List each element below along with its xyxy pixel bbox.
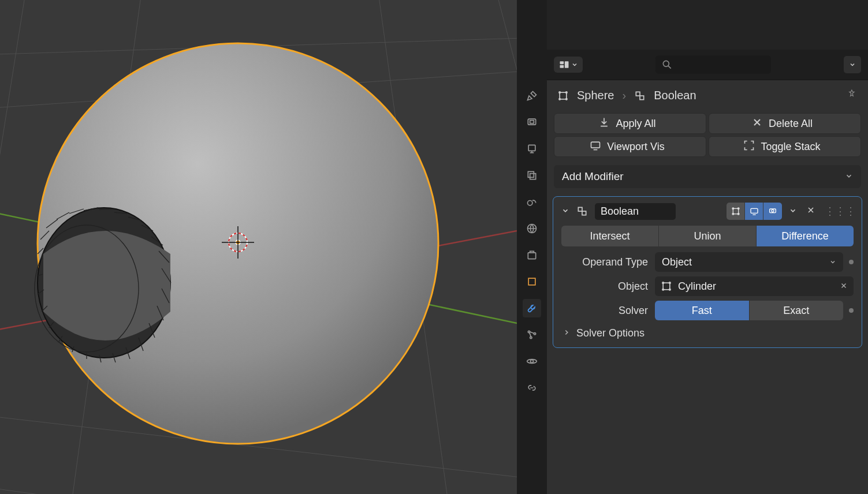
solver-label: Solver	[561, 305, 648, 317]
svg-rect-62	[560, 65, 564, 68]
modifier-extras-menu[interactable]	[787, 205, 799, 218]
solver-segmented: Fast Exact	[655, 301, 843, 320]
scene-tab-icon[interactable]	[523, 193, 541, 211]
properties-search-row	[547, 50, 868, 80]
operation-difference[interactable]: Difference	[757, 226, 854, 246]
operation-intersect[interactable]: Intersect	[561, 226, 659, 246]
modifier-name-field[interactable]: Boolean	[595, 203, 676, 220]
viewport-vis-label: Viewport Vis	[607, 141, 664, 153]
svg-point-67	[559, 91, 561, 93]
operation-union[interactable]: Union	[659, 226, 757, 246]
world-tab-icon[interactable]	[523, 219, 541, 238]
show-editmode-toggle[interactable]	[727, 203, 745, 220]
output-tab-icon[interactable]	[523, 140, 541, 158]
collection-tab-icon[interactable]	[523, 246, 541, 264]
solver-options-label: Solver Options	[576, 327, 645, 339]
panel-top-spacer	[547, 0, 868, 50]
toggle-stack-button[interactable]: Toggle Stack	[709, 136, 861, 157]
svg-rect-50	[528, 171, 534, 177]
object-icon	[557, 90, 569, 102]
clear-object-button[interactable]	[840, 280, 848, 293]
expand-icon	[743, 140, 755, 154]
modifier-header: Boolean ⋮⋮⋮	[559, 203, 856, 220]
viewlayer-tab-icon[interactable]	[523, 166, 541, 185]
viewport-scene	[0, 0, 517, 494]
3d-viewport[interactable]	[0, 0, 517, 494]
svg-line-3	[0, 473, 517, 494]
chevron-right-icon	[562, 327, 571, 339]
svg-point-94	[669, 289, 671, 291]
object-row: Object Cylinder	[561, 276, 854, 296]
svg-rect-71	[636, 92, 640, 96]
svg-point-70	[566, 98, 568, 100]
svg-point-87	[772, 209, 774, 212]
breadcrumb-object[interactable]: Sphere	[577, 89, 614, 102]
svg-point-56	[528, 331, 530, 332]
object-tab-icon[interactable]	[523, 272, 541, 291]
object-field[interactable]: Cylinder	[655, 276, 854, 296]
drag-handle-icon[interactable]: ⋮⋮⋮	[825, 205, 856, 218]
tool-tab-icon[interactable]	[523, 87, 541, 105]
operand-type-value: Object	[662, 256, 692, 268]
pin-icon[interactable]	[846, 88, 858, 103]
svg-line-65	[668, 66, 671, 69]
search-icon	[661, 59, 673, 70]
collapse-toggle[interactable]	[559, 205, 572, 218]
svg-point-93	[662, 289, 664, 291]
operand-type-dropdown[interactable]: Object	[655, 252, 843, 272]
apply-all-button[interactable]: Apply All	[554, 113, 706, 134]
close-icon	[751, 117, 763, 131]
svg-rect-63	[565, 61, 569, 68]
chevron-down-icon	[845, 170, 853, 183]
svg-point-57	[534, 333, 535, 335]
show-render-toggle[interactable]	[763, 203, 782, 220]
svg-point-81	[737, 208, 739, 209]
delete-all-button[interactable]: Delete All	[709, 113, 861, 134]
svg-point-52	[528, 201, 532, 205]
svg-rect-77	[578, 207, 582, 211]
svg-point-69	[559, 98, 561, 100]
boolean-modifier-panel: Boolean ⋮⋮⋮ Intersect Union Difference O…	[553, 196, 862, 348]
modifier-tab-icon[interactable]	[523, 299, 541, 317]
solver-options-expander[interactable]: Solver Options	[562, 327, 852, 339]
show-viewport-toggle[interactable]	[745, 203, 763, 220]
modifier-quick-buttons: Apply All Delete All Viewport Vis Toggle…	[547, 111, 868, 159]
add-modifier-dropdown[interactable]: Add Modifier	[554, 165, 861, 188]
svg-point-91	[662, 282, 664, 284]
solver-fast[interactable]: Fast	[655, 301, 750, 320]
svg-point-80	[732, 208, 734, 209]
svg-point-83	[737, 213, 739, 215]
svg-rect-48	[530, 121, 534, 124]
properties-tab-strip	[517, 0, 547, 494]
physics-tab-icon[interactable]	[523, 352, 541, 370]
solver-exact[interactable]: Exact	[750, 301, 844, 320]
breadcrumb-modifier[interactable]: Boolean	[654, 89, 696, 102]
svg-rect-66	[560, 92, 567, 99]
animate-dot[interactable]	[849, 260, 854, 264]
solver-row: Solver Fast Exact	[561, 301, 854, 320]
breadcrumb-separator: ›	[623, 89, 627, 102]
animate-dot[interactable]	[849, 308, 854, 313]
modifier-delete-button[interactable]	[804, 205, 818, 218]
options-button[interactable]	[844, 56, 861, 73]
svg-rect-72	[640, 96, 644, 100]
properties-search-input[interactable]	[655, 55, 771, 74]
svg-point-64	[663, 61, 669, 66]
operand-type-row: Operand Type Object	[561, 252, 854, 272]
chevron-down-icon	[829, 256, 836, 268]
svg-rect-51	[530, 174, 536, 179]
svg-rect-47	[528, 119, 535, 125]
display-switcher[interactable]	[554, 57, 583, 73]
svg-point-82	[732, 213, 734, 215]
modifier-icon	[634, 90, 646, 102]
properties-panel: Sphere › Boolean Apply All Delete All Vi…	[547, 0, 868, 494]
svg-rect-61	[560, 61, 564, 64]
render-tab-icon[interactable]	[523, 113, 541, 132]
screen-icon	[590, 140, 601, 154]
constraints-tab-icon[interactable]	[523, 379, 541, 397]
svg-point-92	[669, 282, 671, 284]
particles-tab-icon[interactable]	[523, 325, 541, 344]
svg-rect-78	[582, 211, 586, 215]
viewport-vis-button[interactable]: Viewport Vis	[554, 136, 706, 157]
operation-segmented: Intersect Union Difference	[561, 226, 854, 246]
